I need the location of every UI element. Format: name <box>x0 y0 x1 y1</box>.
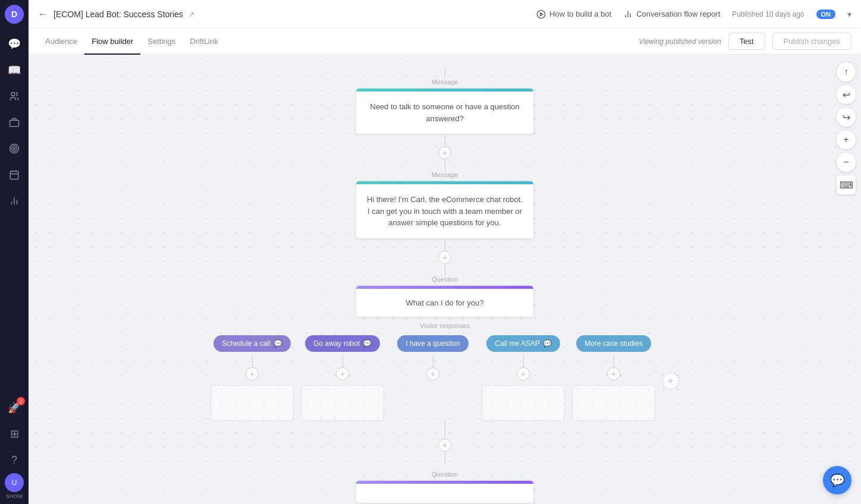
add-node-1-btn[interactable]: + <box>438 146 451 159</box>
svg-point-0 <box>11 92 15 96</box>
add-node-3-btn[interactable]: + <box>438 439 451 452</box>
add-after-call-asap[interactable]: + <box>517 367 530 380</box>
chevron-icon[interactable]: ▾ <box>847 10 851 19</box>
message-node-1[interactable]: Need to talk to someone or have a questi… <box>356 88 534 134</box>
response-question[interactable]: I have a question <box>397 335 468 352</box>
show-label: SHOW <box>6 493 23 499</box>
add-after-case-studies[interactable]: + <box>607 367 620 380</box>
top-connector <box>445 67 445 78</box>
zoom-out-btn[interactable]: − <box>836 152 856 172</box>
visitor-responses-label: Visitor responses <box>420 322 470 329</box>
sidebar-item-book[interactable]: 📖 <box>2 58 26 82</box>
scroll-top-btn[interactable]: ↑ <box>836 62 856 82</box>
question-node-1-body: What can I do for you? <box>356 289 533 317</box>
add-after-go-away[interactable]: + <box>336 367 349 380</box>
keyboard-btn[interactable]: ⌨ <box>836 175 856 195</box>
tab-settings[interactable]: Settings <box>140 29 183 55</box>
svg-point-3 <box>12 146 17 152</box>
message-node-1-body: Need to talk to someone or have a questi… <box>356 92 533 134</box>
response-case-studies[interactable]: More case studies <box>576 335 651 352</box>
chat-icon-3: 💬 <box>543 339 552 348</box>
sidebar-item-rocket[interactable]: 🚀 2 <box>2 396 26 420</box>
svg-rect-1 <box>10 120 19 127</box>
tab-audience[interactable]: Audience <box>38 29 84 55</box>
message-node-2[interactable]: Hi there! I'm Carl, the eCommerce chat r… <box>356 181 534 239</box>
svg-point-12 <box>537 10 545 18</box>
add-after-question[interactable]: + <box>426 367 439 380</box>
svg-point-4 <box>14 148 15 150</box>
right-controls: ↑ ↩ ↪ + − ⌨ <box>831 55 861 202</box>
page-title: [ECOM] Lead Bot: Success Stories <box>54 10 183 19</box>
question-node-2-body <box>356 484 533 503</box>
response-col-1: Schedule a call 💬 + <box>210 335 294 421</box>
how-to-build-btn[interactable]: How to build a bot <box>536 10 611 19</box>
connector-3: + <box>438 421 451 464</box>
redo-btn[interactable]: ↪ <box>836 107 856 127</box>
test-button[interactable]: Test <box>728 33 765 50</box>
node2-label: Message <box>432 171 458 178</box>
sidebar-item-target[interactable] <box>2 137 26 160</box>
add-response-column-btn[interactable]: + <box>662 373 679 389</box>
sidebar-item-chat[interactable]: 💬 <box>2 32 26 56</box>
response-col-3: I have a question + <box>391 335 475 380</box>
response-call-asap[interactable]: Call me ASAP 💬 <box>486 335 560 352</box>
tab-driftlink[interactable]: DriftLink <box>183 29 225 55</box>
placeholder-1 <box>210 385 294 421</box>
sidebar-item-grid[interactable]: ⊞ <box>2 422 26 446</box>
connector-2: + <box>438 239 451 276</box>
message-node-2-body: Hi there! I'm Carl, the eCommerce chat r… <box>356 184 533 238</box>
question-node-2[interactable] <box>356 480 534 503</box>
response-go-away[interactable]: Go away robot 💬 <box>305 335 380 352</box>
undo-btn[interactable]: ↩ <box>836 84 856 105</box>
svg-rect-5 <box>10 171 18 179</box>
add-node-2-btn[interactable]: + <box>438 251 451 264</box>
response-col-2: Go away robot 💬 + <box>301 335 384 421</box>
sidebar-item-briefcase[interactable] <box>2 111 26 134</box>
back-button[interactable]: ← <box>38 9 48 20</box>
sidebar: D 💬 📖 🚀 2 ⊞ ? U SHOW <box>0 0 29 504</box>
response-schedule-call[interactable]: Schedule a call 💬 <box>213 335 290 352</box>
sidebar-item-users[interactable] <box>2 84 26 108</box>
canvas: Message Need to talk to someone or have … <box>29 55 861 504</box>
topbar: ← [ECOM] Lead Bot: Success Stories ↗ How… <box>29 0 861 29</box>
question-node-1[interactable]: What can I do for you? <box>356 285 534 317</box>
logo[interactable]: D <box>5 5 24 24</box>
publish-button[interactable]: Publish changes <box>772 33 851 50</box>
placeholder-5 <box>572 385 655 421</box>
rocket-badge: 2 <box>17 397 25 405</box>
published-info: Published 10 days ago <box>732 10 804 18</box>
sidebar-item-chart[interactable] <box>2 189 26 213</box>
add-after-schedule[interactable]: + <box>246 367 259 380</box>
subnav: Audience Flow builder Settings DriftLink… <box>29 29 861 55</box>
sidebar-item-help[interactable]: ? <box>2 448 26 472</box>
placeholder-4 <box>482 385 565 421</box>
response-col-4: Call me ASAP 💬 + <box>482 335 565 421</box>
response-col-5: More case studies + <box>572 335 655 421</box>
connector-1: + <box>438 134 451 171</box>
chat-icon-1: 💬 <box>274 339 282 348</box>
zoom-in-btn[interactable]: + <box>836 130 856 150</box>
node3-label: Question <box>432 276 458 283</box>
flow-container: Message Need to talk to someone or have … <box>29 67 861 503</box>
viewing-text: Viewing published version <box>639 37 721 46</box>
chat-widget-btn[interactable]: 💬 <box>823 466 851 494</box>
responses-row: Schedule a call 💬 + Go away robot 💬 + <box>175 335 715 421</box>
placeholder-2 <box>301 385 384 421</box>
topbar-right: How to build a bot Conversation flow rep… <box>536 10 851 19</box>
tab-flow-builder[interactable]: Flow builder <box>84 29 140 55</box>
conversation-report-btn[interactable]: Conversation flow report <box>623 10 720 19</box>
chat-icon-2: 💬 <box>363 339 372 348</box>
node4-label: Question <box>432 471 458 478</box>
svg-marker-13 <box>541 12 543 15</box>
status-badge[interactable]: ON <box>816 10 836 19</box>
node1-label: Message <box>432 78 458 86</box>
external-link-icon[interactable]: ↗ <box>188 10 195 19</box>
avatar[interactable]: U <box>5 473 24 492</box>
sidebar-item-calendar[interactable] <box>2 163 26 187</box>
